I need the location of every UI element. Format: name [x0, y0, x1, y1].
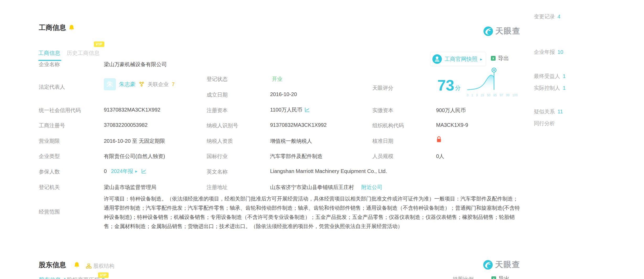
tab-shareholders[interactable]: 股东信息 4: [39, 276, 66, 279]
sidebar-item-change-records[interactable]: 变更记录 4: [534, 13, 560, 20]
tianyancha-logo: 天眼查: [483, 26, 520, 36]
field-value-company-name: 梁山万豪机械设备有限公司: [104, 61, 167, 68]
sidebar-item-annual-reports[interactable]: 企业年报 10: [534, 49, 563, 56]
vip-badge: VIP: [94, 41, 104, 47]
field-value-reg-capital: 1100万人民币: [270, 106, 302, 113]
field-value-paid-capital: 900万人民币: [436, 107, 466, 114]
field-value-reg-authority: 梁山县市场监督管理局: [104, 184, 156, 191]
field-label-taxpayer-quality: 纳税人资质: [207, 138, 233, 145]
score-unit: 分: [455, 84, 461, 92]
tianyancha-logo-text: 天眼查: [495, 259, 520, 270]
export-label: 导出: [498, 55, 509, 62]
chevron-right-icon: ▸: [480, 57, 482, 62]
score-axis-ticks: 0131550859799100: [467, 93, 518, 97]
field-value-insured-count: 0: [104, 168, 107, 174]
official-snapshot-button[interactable]: 工商官网快照 ▸: [430, 52, 486, 66]
legal-rep-avatar[interactable]: 朱: [104, 78, 116, 90]
shareholding-ratio-control[interactable]: 持股比例: [453, 276, 474, 279]
field-label-english-name: 英文名称: [207, 168, 228, 175]
tianyancha-logo-icon: [483, 260, 493, 270]
field-value-staff-size: 0人: [436, 153, 444, 160]
field-label-business-scope: 经营范围: [39, 208, 60, 215]
field-value-credit-code: 91370832MA3CK1X992: [104, 107, 160, 113]
score-value: 73: [437, 78, 454, 93]
field-label-org-code: 组织机构代码: [372, 122, 404, 129]
related-companies-icon: [139, 81, 144, 87]
field-label-score: 天眼评分: [372, 85, 393, 92]
field-value-company-type: 有限责任公司(自然人独资): [104, 153, 165, 160]
equity-structure-link[interactable]: 股权结构: [86, 262, 114, 270]
field-value-reg-status: 开业: [272, 76, 282, 83]
field-label-legal-rep: 法定代表人: [39, 83, 65, 91]
tab-equity-change-history[interactable]: 股权变更历程 3: [67, 276, 105, 279]
tab-history-business-info[interactable]: 历史工商信息: [67, 49, 100, 57]
excel-icon: x: [491, 276, 496, 279]
field-label-business-term: 营业期限: [39, 138, 60, 145]
reg-capital-block: 1100万人民币: [270, 106, 310, 113]
field-value-taxpayer-id: 91370832MA3CK1X992: [270, 122, 327, 128]
field-value-english-name: Liangshan Marriott Machinery Equipment C…: [270, 168, 387, 174]
capital-trend-icon[interactable]: [304, 107, 310, 113]
stamp-icon: [432, 54, 442, 64]
nearby-companies-link[interactable]: 附近公司: [361, 184, 382, 191]
field-label-approval-date: 核准日期: [372, 138, 393, 145]
field-label-reg-capital: 注册资本: [207, 107, 228, 114]
tab-business-info[interactable]: 工商信息: [38, 49, 60, 57]
tianyancha-logo: 天眼查: [483, 259, 520, 270]
field-value-establish-date: 2016-10-20: [270, 91, 297, 97]
field-value-org-code: MA3CK1X9-9: [436, 122, 468, 128]
field-label-reg-number: 工商注册号: [39, 122, 65, 129]
legal-rep-name-link[interactable]: 朱志豪: [119, 81, 136, 88]
export-label: 导出: [498, 275, 509, 279]
insured-trend-icon[interactable]: [141, 169, 147, 174]
tianyancha-logo-icon: [483, 26, 493, 36]
related-companies-count[interactable]: 7: [172, 81, 175, 87]
field-label-credit-code: 统一社会信用代码: [39, 107, 81, 114]
sidebar-item-actual-controller[interactable]: 实际控制人 1: [534, 85, 566, 92]
field-value-business-scope: 许可项目：特种设备制造。（依法须经批准的项目，经相关部门批准后方可开展经营活动，…: [104, 194, 522, 231]
field-value-business-term: 2016-10-20 至 无固定期限: [104, 138, 165, 145]
locked-value-icon[interactable]: [436, 136, 442, 143]
sidebar-item-beneficial-owner[interactable]: 最终受益人 1: [534, 73, 566, 80]
field-label-reg-address: 注册地址: [207, 184, 228, 191]
field-label-staff-size: 人员规模: [372, 153, 393, 160]
field-label-taxpayer-id: 纳税人识别号: [207, 122, 238, 129]
notification-bell-icon[interactable]: [74, 262, 80, 268]
field-label-reg-status: 登记状态: [207, 76, 228, 83]
field-value-industry: 汽车零部件及配件制造: [270, 153, 323, 160]
notification-bell-icon[interactable]: [69, 25, 74, 31]
field-value-reg-address: 山东省济宁市梁山县拳铺镇后王庄村: [270, 184, 354, 191]
field-label-insured-count: 参保人数: [39, 168, 60, 175]
related-companies-label[interactable]: 关联企业: [148, 81, 169, 88]
field-value-reg-number: 370832200053982: [104, 122, 148, 128]
official-snapshot-label: 工商官网快照: [444, 55, 477, 63]
excel-icon: x: [491, 56, 496, 61]
field-value-taxpayer-quality: 增值税一般纳税人: [270, 138, 312, 145]
field-label-industry: 国标行业: [207, 153, 228, 160]
tianyancha-logo-text: 天眼查: [495, 26, 520, 36]
score-distribution-chart: [466, 66, 519, 93]
insured-count-block: 0 2024年报 ▸: [104, 168, 147, 175]
legal-rep-block: 朱 朱志豪 关联企业 7: [104, 78, 175, 90]
sidebar-item-peer-analysis[interactable]: 同行分析: [534, 120, 555, 127]
sidebar-item-suspected-relations[interactable]: 疑似关系 11: [534, 108, 563, 115]
company-profile-page: 工商信息 天眼查 工商信息 历史工商信息 VIP 工商官网快照 ▸ x 导出 变…: [0, 0, 644, 279]
org-chart-icon: [86, 264, 92, 269]
field-label-paid-capital: 实缴资本: [372, 107, 393, 114]
field-label-reg-authority: 登记机关: [39, 184, 60, 191]
business-info-title: 工商信息: [39, 23, 66, 32]
field-label-company-name: 企业名称: [39, 61, 60, 68]
export-button[interactable]: x 导出: [491, 275, 509, 279]
shareholder-title: 股东信息: [39, 260, 66, 270]
export-button[interactable]: x 导出: [491, 55, 509, 62]
chevron-right-icon: ▸: [135, 169, 137, 174]
field-label-company-type: 企业类型: [39, 153, 60, 160]
field-label-establish-date: 成立日期: [207, 91, 228, 98]
annual-report-link[interactable]: 2024年报: [111, 168, 133, 175]
score-block[interactable]: 73 分: [437, 78, 461, 93]
equity-structure-label: 股权结构: [93, 262, 114, 270]
